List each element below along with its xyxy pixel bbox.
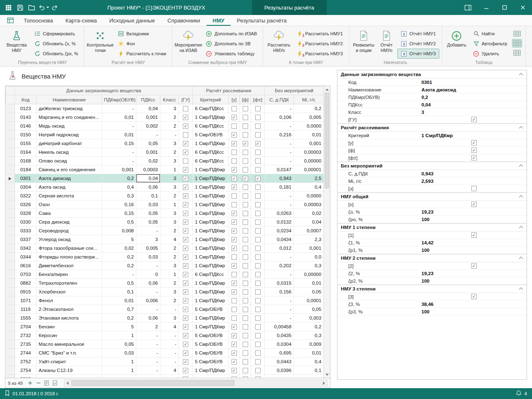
checkbox[interactable]: ✓ [183, 193, 188, 199]
cell-pdkmr[interactable]: 0,05 [102, 340, 136, 349]
table-row[interactable]: 0328Сажа0,150,053✓1 Смр/ПДКмр✓0,02630,02 [6, 209, 324, 218]
cell-pdkss[interactable]: 0 [136, 270, 160, 279]
field-value[interactable]: 100 [421, 217, 527, 222]
checkbox[interactable]: ✓ [471, 202, 477, 207]
cell-c[interactable]: 0,0443 [265, 357, 294, 366]
ribbon-tab[interactable]: Исходные данные [103, 15, 161, 26]
cell-gu[interactable]: ✓ [179, 227, 193, 235]
checkbox[interactable] [255, 185, 261, 190]
cell-class[interactable]: 2 [160, 192, 179, 200]
checkbox[interactable]: ✓ [471, 155, 477, 160]
cell-code[interactable]: 0882 [15, 279, 37, 288]
horizontal-scroll-thumb[interactable] [71, 380, 234, 386]
checkbox[interactable]: ✓ [232, 211, 237, 216]
cell-pdkss[interactable]: 0,002 [136, 122, 160, 131]
col-header-class[interactable]: Класс [160, 95, 179, 104]
open-folder-icon[interactable] [26, 0, 37, 15]
cell-gu[interactable] [179, 131, 193, 139]
cell-u[interactable]: ✓ [229, 139, 240, 148]
cell-mi[interactable]: 0,00003 [294, 148, 323, 157]
add-row-button[interactable]: Добавить [445, 28, 469, 59]
checkbox[interactable]: ✓ [183, 150, 188, 155]
collapse-chevron-icon[interactable] [519, 73, 523, 77]
cell-code[interactable]: 1555 [15, 314, 37, 323]
checkbox[interactable] [183, 377, 188, 378]
checkbox[interactable]: ✓ [232, 359, 237, 365]
cell-mi[interactable] [294, 375, 323, 378]
details-row[interactable]: Код0301 [337, 79, 527, 86]
cell-pdkmr[interactable]: 0,02 [102, 244, 136, 253]
checkbox[interactable] [243, 237, 248, 242]
cell-u[interactable] [229, 375, 240, 378]
cell-mi[interactable]: 0,00003 [294, 200, 323, 209]
close-button[interactable] [514, 0, 532, 15]
checkbox[interactable]: ✓ [232, 176, 237, 181]
checkbox[interactable]: ✓ [471, 232, 477, 238]
cell-u[interactable]: ✓ [229, 227, 240, 235]
checkbox[interactable] [255, 150, 261, 155]
cell-name[interactable]: Фенол [37, 296, 102, 305]
field-value[interactable]: 0,943 [421, 171, 527, 176]
cell-u[interactable] [229, 253, 240, 261]
cell-pdkmr[interactable]: 1 [102, 366, 136, 375]
table-view-3-icon[interactable] [512, 49, 522, 57]
cell-mi[interactable]: 0,04 [294, 218, 323, 227]
collapse-chevron-icon[interactable] [519, 257, 523, 261]
app-grid-icon[interactable] [2, 0, 14, 15]
checkbox[interactable] [243, 263, 248, 268]
cell-class[interactable]: 2 [160, 148, 179, 157]
maximize-button[interactable] [495, 0, 514, 15]
checkbox[interactable] [243, 167, 248, 172]
checkbox[interactable] [471, 186, 477, 191]
checkbox[interactable] [243, 219, 248, 225]
checkbox[interactable] [243, 289, 248, 295]
cell-c[interactable]: - [265, 200, 294, 209]
table-row[interactable]: 0882Тетрахлорэтилен0,50,062✓1 Смр/ПДКмр✓… [6, 279, 324, 288]
field-value[interactable]: 0301 [421, 80, 527, 85]
checkbox[interactable] [183, 132, 188, 138]
cell-u[interactable]: ✓ [229, 244, 240, 253]
cell-class[interactable]: 3 [160, 261, 179, 270]
checkbox[interactable] [243, 246, 248, 251]
cell-class[interactable]: 4 [160, 235, 179, 244]
cell-f[interactable] [240, 357, 251, 366]
find-button[interactable]: Найти [470, 29, 511, 39]
cell-name[interactable]: Алканы C12-19 [37, 366, 102, 375]
details-row[interactable]: [1]✓ [337, 232, 527, 239]
details-row[interactable]: Класс3 [337, 108, 527, 116]
cell-pdkmr[interactable]: 0,15 [102, 139, 136, 148]
cell-criterion[interactable]: 1 Смр/ПДКмр [193, 183, 229, 192]
cell-u[interactable]: ✓ [229, 235, 240, 244]
table-row[interactable]: 0915Хлорбензол0,1-3✓1 Смр/ПДКмр✓0,1560,0… [6, 288, 324, 296]
cell-c[interactable]: - [265, 253, 294, 261]
table-row[interactable]: 2868 [6, 375, 324, 378]
cell-pdkss[interactable]: 0,04 [136, 104, 160, 113]
table-row[interactable]: 0155диНатрий карбонат0,150,053✓1 Смр/ПДК… [6, 139, 324, 148]
cell-pdkss[interactable]: 0,03 [136, 200, 160, 209]
cell-class[interactable]: 4 [160, 366, 179, 375]
cell-code[interactable]: 0164 [15, 148, 37, 157]
cell-name[interactable]: Натрий гидроксид [37, 131, 102, 139]
cell-gu[interactable] [179, 375, 193, 378]
scroll-up-arrow[interactable] [324, 86, 330, 93]
cell-pdkss[interactable]: 0,001 [136, 148, 160, 157]
cell-gu[interactable]: ✓ [179, 305, 193, 314]
checkbox[interactable]: ✓ [232, 228, 237, 234]
field-value[interactable]: 100 [421, 278, 527, 283]
cell-f[interactable] [240, 131, 251, 139]
report-nmu2-button[interactable]: 2Отчёт НМУ2 [397, 39, 439, 49]
details-row[interactable]: ПДКсс0,04 [337, 101, 527, 108]
cell-gu[interactable] [179, 104, 193, 113]
cell-u[interactable]: ✓ [229, 131, 240, 139]
cell-criterion[interactable]: 1 Смр/ПДКмр [193, 165, 229, 174]
table-row[interactable]: 0123диЖелезо триоксид-0,0436 Смр/ПДКсс-0… [6, 104, 324, 113]
cell-criterion[interactable]: 5 Смр/ОБУВ [193, 131, 229, 139]
cell-u[interactable]: ✓ [229, 209, 240, 218]
cell-pdkmr[interactable]: 5 [102, 235, 136, 244]
checkbox[interactable]: ✓ [232, 333, 237, 338]
cell-pdkss[interactable]: 0,006 [136, 296, 160, 305]
details-group-header[interactable]: Без мероприятий [337, 162, 527, 170]
cell-u[interactable]: ✓ [229, 165, 240, 174]
cell-c[interactable]: 0,0434 [265, 235, 294, 244]
details-row[interactable]: ζро, %100 [337, 216, 527, 223]
